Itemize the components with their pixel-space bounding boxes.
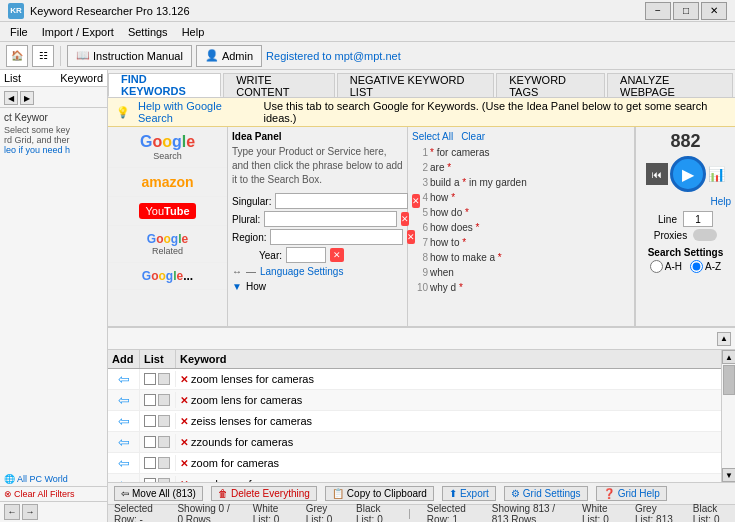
grid-icon[interactable]: ☷ [32,45,54,67]
kw-item-6[interactable]: 6 how does * [412,220,630,235]
radio-ah[interactable]: A-H [650,260,682,273]
prev-button[interactable]: ⏮ [646,163,668,185]
row-checkbox[interactable] [144,436,156,448]
title-bar: KR Keyword Researcher Pro 13.126 − □ ✕ [0,0,735,22]
grid-scroll-up[interactable]: ▲ [717,332,731,346]
add-arrow-icon[interactable]: ⇦ [118,392,130,408]
help-menu[interactable]: Help [176,25,211,39]
add-arrow-icon[interactable]: ⇦ [118,371,130,387]
youtube-item[interactable]: YouTube [108,197,227,226]
row-color-cell[interactable] [158,415,170,427]
settings-menu[interactable]: Settings [122,25,174,39]
copy-clipboard-button[interactable]: 📋 Copy to Clipboard [325,486,434,501]
row-color-cell[interactable] [158,457,170,469]
year-input[interactable]: 2020 [286,247,326,263]
main-panel: FIND KEYWORDS WRITE CONTENT NEGATIVE KEY… [108,70,735,522]
tab-write-content[interactable]: WRITE CONTENT [223,73,335,97]
remove-icon[interactable]: ✕ [180,395,188,406]
tab-find-keywords[interactable]: FIND KEYWORDS [108,73,221,97]
add-arrow-icon[interactable]: ⇦ [118,455,130,471]
help-with-google-search-link[interactable]: Help with Google Search [138,100,256,124]
clear-all-filters-button[interactable]: ⊗ Clear All Filters [4,489,103,499]
clear-link[interactable]: Clear [461,131,485,142]
app-icon: KR [8,3,24,19]
export-button[interactable]: ⬆ Export [442,486,496,501]
singular-input[interactable] [275,193,408,209]
ct-keywords-link[interactable]: leo if you need h [0,145,107,159]
kw-item-10[interactable]: 10 why d * [412,280,630,295]
google-related-item[interactable]: Google Related [108,226,227,263]
row-keyword-cell: ✕ zeiss lenses for cameras [176,413,721,429]
remove-icon[interactable]: ✕ [180,437,188,448]
scroll-up-arrow[interactable]: ▲ [722,350,735,364]
scroll-down-arrow[interactable]: ▼ [722,468,735,482]
grid-scrollbar[interactable]: ▲ ▼ [721,350,735,482]
sidebar-left-arrow[interactable]: ◀ [4,91,18,105]
row-checkbox[interactable] [144,457,156,469]
delete-everything-button[interactable]: 🗑 Delete Everything [211,486,317,501]
instruction-manual-button[interactable]: 📖 Instruction Manual [67,45,192,67]
all-pc-world-item[interactable]: 🌐 All PC World [0,472,107,486]
row-checkbox[interactable] [144,373,156,385]
admin-button[interactable]: 👤 Admin [196,45,262,67]
radio-az[interactable]: A-Z [690,260,721,273]
sidebar-icon-left[interactable]: ← [4,504,20,520]
move-all-button[interactable]: ⇦ Move All (813) [114,486,203,501]
amazon-item[interactable]: amazon [108,168,227,197]
import-export-menu[interactable]: Import / Export [36,25,120,39]
kw-item-2[interactable]: 2 are * [412,160,630,175]
grid-scroll[interactable]: ⇦ ✕ zoom lenses for cameras ⇦ [108,369,721,482]
grid-settings-button[interactable]: ⚙ Grid Settings [504,486,588,501]
delete-icon: 🗑 [218,488,228,499]
plural-input[interactable] [264,211,397,227]
kw-item-4[interactable]: 4 how * [412,190,630,205]
google-more-item[interactable]: Google... [108,263,227,290]
kw-item-8[interactable]: 8 how to make a * [412,250,630,265]
language-settings-link[interactable]: Language Settings [260,266,343,277]
minimize-button[interactable]: − [645,2,671,20]
help-link-stats[interactable]: Help [710,196,731,207]
remove-icon[interactable]: ✕ [180,416,188,427]
scroll-track[interactable] [722,364,735,468]
toolbar-separator [60,46,61,66]
main-container: List Keyword ◀ ▶ ct Keywor Select some k… [0,70,735,522]
row-color-cell[interactable] [158,436,170,448]
row-checkbox[interactable] [144,394,156,406]
tab-keyword-tags[interactable]: KEYWORD TAGS [496,73,605,97]
maximize-button[interactable]: □ [673,2,699,20]
scroll-thumb[interactable] [723,365,735,395]
remove-icon[interactable]: ✕ [180,458,188,469]
line-input[interactable]: 1 [683,211,713,227]
tab-analyze-webpage[interactable]: ANALYZE WEBPAGE [607,73,733,97]
kw-item-5[interactable]: 5 how do * [412,205,630,220]
sidebar-icon-right[interactable]: → [22,504,38,520]
add-arrow-icon[interactable]: ⇦ [118,434,130,450]
year-clear-button[interactable]: ✕ [330,248,344,262]
row-keyword-cell: ✕ zzounds for cameras [176,434,721,450]
line-row: Line 1 [658,211,713,227]
file-menu[interactable]: File [4,25,34,39]
kw-item-3[interactable]: 3 build a * in my garden [412,175,630,190]
google-search-item[interactable]: Google Search [108,127,227,168]
select-all-link[interactable]: Select All [412,131,453,142]
window-controls[interactable]: − □ ✕ [645,2,727,20]
proxies-toggle[interactable] [693,229,717,241]
play-button[interactable]: ▶ [670,156,706,192]
kw-item-7[interactable]: 7 how to * [412,235,630,250]
grid-toolbar: ▲ [108,328,735,350]
row-checkbox[interactable] [144,415,156,427]
grid-help-button[interactable]: ❓ Grid Help [596,486,667,501]
row-color-cell[interactable] [158,394,170,406]
tab-negative-keyword[interactable]: NEGATIVE KEYWORD LIST [337,73,495,97]
sidebar-right-arrow[interactable]: ▶ [20,91,34,105]
region-input[interactable] [270,229,403,245]
kw-item-9[interactable]: 9 when [412,265,630,280]
row-color-cell[interactable] [158,373,170,385]
remove-icon[interactable]: ✕ [180,374,188,385]
home-icon[interactable]: 🏠 [6,45,28,67]
youtube-logo: YouTube [139,203,195,219]
kw-item-1[interactable]: 1 * for cameras [412,145,630,160]
close-button[interactable]: ✕ [701,2,727,20]
ct-keywords-sub2: rd Grid, and ther [0,135,107,145]
add-arrow-icon[interactable]: ⇦ [118,413,130,429]
